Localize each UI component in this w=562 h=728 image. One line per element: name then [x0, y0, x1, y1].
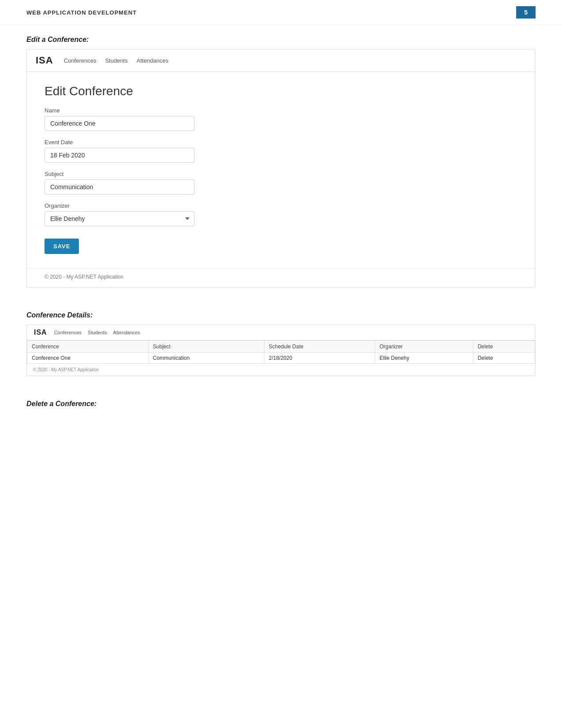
organizer-select[interactable]: Ellie Denehy: [45, 211, 194, 226]
delete-link[interactable]: Delete: [478, 355, 493, 361]
edit-nav-bar: ISA Conferences Students Attendances: [27, 49, 535, 72]
event-date-label: Event Date: [45, 139, 517, 146]
details-nav-attendances[interactable]: Attendances: [113, 330, 140, 335]
name-form-group: Name: [45, 107, 517, 131]
details-nav-logo: ISA: [34, 329, 47, 336]
col-subject: Subject: [148, 341, 264, 353]
details-card-footer: © 2020 - My ASP.NET Application: [27, 364, 535, 376]
edit-nav-conferences[interactable]: Conferences: [64, 57, 97, 64]
edit-nav-logo: ISA: [36, 55, 53, 66]
edit-card-content: Edit Conference Name Event Date Subject …: [27, 72, 535, 268]
save-button[interactable]: SAVE: [45, 239, 79, 254]
name-label: Name: [45, 107, 517, 114]
subject-label: Subject: [45, 171, 517, 177]
edit-nav-attendances[interactable]: Attendances: [137, 57, 168, 64]
cell-subject: Communication: [148, 353, 264, 364]
col-organizer: Organizer: [375, 341, 473, 353]
event-date-input[interactable]: [45, 148, 194, 163]
edit-card-footer: © 2020 - My ASP.NET Application: [27, 268, 535, 287]
organizer-form-group: Organizer Ellie Denehy: [45, 202, 517, 226]
page-title: WEB APPLICATION DEVELOPMENT: [26, 9, 137, 16]
organizer-label: Organizer: [45, 202, 517, 209]
page-badge: 5: [516, 6, 536, 19]
event-date-form-group: Event Date: [45, 139, 517, 163]
edit-nav-students[interactable]: Students: [105, 57, 127, 64]
cell-schedule-date: 2/18/2020: [264, 353, 375, 364]
col-schedule-date: Schedule Date: [264, 341, 375, 353]
section1-label: Edit a Conference:: [0, 25, 562, 49]
name-input[interactable]: [45, 116, 194, 131]
cell-delete-link[interactable]: Delete: [473, 353, 535, 364]
edit-conference-card: ISA Conferences Students Attendances Edi…: [26, 49, 536, 287]
table-header-row: Conference Subject Schedule Date Organiz…: [27, 341, 535, 353]
subject-input[interactable]: [45, 179, 194, 194]
edit-conference-title: Edit Conference: [45, 84, 517, 98]
details-nav-bar: ISA Conferences Students Attendances: [27, 325, 535, 340]
col-conference: Conference: [27, 341, 149, 353]
details-table: Conference Subject Schedule Date Organiz…: [27, 340, 535, 364]
details-nav-conferences[interactable]: Conferences: [54, 330, 82, 335]
section3-label: Delete a Conference:: [0, 389, 562, 413]
top-header: WEB APPLICATION DEVELOPMENT 5: [0, 0, 562, 25]
details-nav-students[interactable]: Students: [88, 330, 107, 335]
details-card: ISA Conferences Students Attendances Con…: [26, 325, 536, 376]
col-delete: Delete: [473, 341, 535, 353]
subject-form-group: Subject: [45, 171, 517, 194]
table-row: Conference One Communication 2/18/2020 E…: [27, 353, 535, 364]
section2-label: Conference Details:: [0, 301, 562, 325]
cell-conference: Conference One: [27, 353, 149, 364]
cell-organizer: Ellie Denehy: [375, 353, 473, 364]
